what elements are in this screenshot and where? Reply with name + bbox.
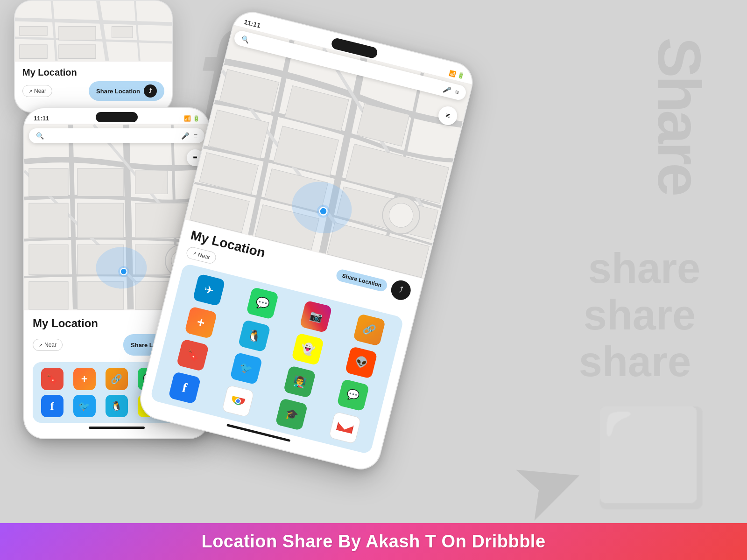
near-button-large[interactable]: ↗ Near (185, 246, 217, 265)
svg-rect-8 (20, 26, 47, 35)
phone-small-top: My Location ↗ Near Share Location ⤴ (14, 0, 173, 113)
wifi-icon-medium: 📶 (184, 115, 191, 122)
near-arrow-icon-med: ↗ (39, 343, 42, 348)
footer-bar: Location Share By Akash T On Dribbble (0, 523, 747, 560)
app-link[interactable]: 🔗 (106, 368, 128, 390)
phone-large: 11:11 📶 🔋 🔍 🎤 ≡ (136, 7, 477, 474)
app-large-qq[interactable]: 🐧 (238, 319, 271, 352)
near-label-medium: Near (44, 342, 56, 348)
mic-icon-medium: 🎤 (181, 132, 189, 140)
svg-rect-15 (78, 203, 124, 238)
svg-rect-22 (29, 282, 68, 309)
near-arrow-icon-large: ↗ (192, 251, 197, 257)
app-large-telegram[interactable]: ✈ (193, 273, 226, 306)
home-indicator-medium (89, 427, 145, 429)
app-add[interactable]: + (73, 368, 96, 390)
near-label-large: Near (197, 251, 211, 260)
hamburger-icon-medium: ≡ (193, 154, 197, 162)
status-time-medium: 11:11 (34, 115, 49, 122)
wm-share4: share (579, 341, 691, 383)
svg-rect-16 (29, 203, 68, 238)
app-large-classroom[interactable]: 👨‍🏫 (283, 365, 316, 398)
app-bookmark[interactable]: 🔖 (41, 368, 63, 390)
near-button-medium[interactable]: ↗ Near (33, 339, 63, 351)
search-icon-medium: 🔍 (36, 132, 44, 140)
footer-text: Location Share By Akash T On Dribbble (19, 532, 728, 552)
svg-rect-14 (29, 168, 68, 196)
search-bar-medium[interactable]: 🔍 🎤 ≡ (29, 128, 204, 143)
svg-rect-13 (135, 171, 168, 194)
bottom-panel-small: My Location ↗ Near Share Location ⤴ (15, 62, 172, 112)
app-large-add[interactable]: + (184, 306, 217, 339)
app-large-snapchat[interactable]: 👻 (291, 333, 324, 365)
app-large-bookmark[interactable]: 🔖 (176, 339, 209, 371)
app-large-gmail[interactable] (329, 411, 361, 444)
app-large-link[interactable]: 🔗 (353, 314, 386, 346)
hamburger-icon-large: ≡ (444, 111, 451, 120)
svg-rect-12 (78, 168, 124, 196)
share-icon-circle-large[interactable]: ⤴ (389, 278, 413, 302)
wm-share-vertical: Share (649, 37, 710, 194)
svg-rect-9 (59, 45, 96, 59)
near-button-small[interactable]: ↗ Near (22, 85, 52, 97)
app-qq[interactable]: 🐧 (106, 395, 128, 417)
wm-share3: share (584, 294, 696, 336)
svg-rect-7 (112, 26, 133, 38)
svg-rect-10 (20, 45, 47, 59)
wm-instagram: ⬜ (593, 411, 710, 504)
share-location-btn-large[interactable]: Share Location (335, 268, 388, 293)
gmail-svg (336, 420, 354, 435)
wm-share2: share (588, 247, 700, 289)
wm-arrow-bottom: ➤ (506, 440, 590, 531)
svg-rect-6 (59, 26, 96, 40)
svg-point-28 (120, 268, 127, 275)
wifi-icon-large: 📶 (448, 70, 457, 77)
share-label-large: Share Location (341, 273, 382, 289)
app-large-classroom2[interactable]: 🎓 (275, 398, 308, 431)
app-large-chrome[interactable] (222, 385, 254, 417)
app-large-reddit[interactable]: 👽 (345, 346, 378, 378)
share-icon-circle-small: ⤴ (144, 84, 157, 98)
menu-icon-medium: ≡ (194, 132, 197, 140)
status-icons-large: 📶 🔋 (448, 70, 465, 80)
map-svg-small (15, 1, 172, 61)
search-icon-large: 🔍 (240, 35, 250, 44)
menu-icon-large: ≡ (454, 88, 460, 96)
app-large-facebook[interactable]: f (168, 371, 201, 404)
battery-icon-medium: 🔋 (193, 115, 200, 122)
chrome-svg (229, 392, 247, 410)
near-arrow-icon-small: ↗ (28, 89, 32, 94)
svg-rect-19 (29, 245, 68, 274)
dynamic-island-medium (96, 112, 138, 122)
app-large-twitter[interactable]: 🐦 (230, 352, 262, 385)
status-time-large: 11:11 (243, 18, 261, 29)
near-label-small: Near (34, 88, 46, 94)
share-label-small: Share Location (96, 88, 140, 95)
my-location-title-small: My Location (22, 67, 164, 77)
app-large-instagram[interactable]: 📷 (300, 300, 332, 333)
app-facebook[interactable]: f (41, 395, 63, 417)
app-twitter[interactable]: 🐦 (73, 395, 96, 417)
battery-icon-large: 🔋 (457, 72, 465, 80)
status-icons-medium: 📶 🔋 (184, 115, 200, 122)
mic-icon-large: 🎤 (442, 85, 451, 94)
app-large-whatsapp[interactable]: 💬 (246, 287, 279, 319)
action-row-small: ↗ Near Share Location ⤴ (22, 81, 164, 101)
app-large-messages[interactable]: 💬 (337, 378, 369, 411)
share-location-btn-small[interactable]: Share Location ⤴ (89, 81, 164, 101)
map-area-small (15, 1, 172, 62)
